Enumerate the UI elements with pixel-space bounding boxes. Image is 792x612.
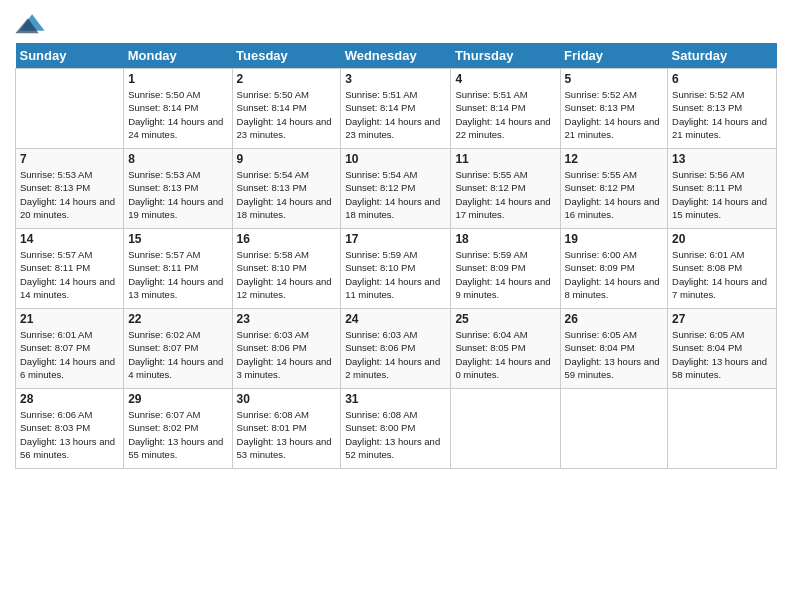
cell-info: Sunrise: 6:05 AMSunset: 8:04 PMDaylight:… xyxy=(672,328,772,381)
cell-info: Sunrise: 6:02 AMSunset: 8:07 PMDaylight:… xyxy=(128,328,227,381)
calendar-table: SundayMondayTuesdayWednesdayThursdayFrid… xyxy=(15,43,777,469)
cell-info: Sunrise: 5:50 AMSunset: 8:14 PMDaylight:… xyxy=(128,88,227,141)
calendar-cell: 7Sunrise: 5:53 AMSunset: 8:13 PMDaylight… xyxy=(16,149,124,229)
day-number: 25 xyxy=(455,312,555,326)
calendar-cell: 18Sunrise: 5:59 AMSunset: 8:09 PMDayligh… xyxy=(451,229,560,309)
weekday-header-row: SundayMondayTuesdayWednesdayThursdayFrid… xyxy=(16,43,777,69)
cell-info: Sunrise: 6:03 AMSunset: 8:06 PMDaylight:… xyxy=(345,328,446,381)
week-row-3: 21Sunrise: 6:01 AMSunset: 8:07 PMDayligh… xyxy=(16,309,777,389)
weekday-header-sunday: Sunday xyxy=(16,43,124,69)
day-number: 9 xyxy=(237,152,337,166)
cell-info: Sunrise: 5:52 AMSunset: 8:13 PMDaylight:… xyxy=(672,88,772,141)
calendar-cell: 23Sunrise: 6:03 AMSunset: 8:06 PMDayligh… xyxy=(232,309,341,389)
day-number: 3 xyxy=(345,72,446,86)
day-number: 11 xyxy=(455,152,555,166)
calendar-cell: 26Sunrise: 6:05 AMSunset: 8:04 PMDayligh… xyxy=(560,309,668,389)
week-row-4: 28Sunrise: 6:06 AMSunset: 8:03 PMDayligh… xyxy=(16,389,777,469)
calendar-cell: 3Sunrise: 5:51 AMSunset: 8:14 PMDaylight… xyxy=(341,69,451,149)
calendar-cell xyxy=(16,69,124,149)
cell-info: Sunrise: 5:53 AMSunset: 8:13 PMDaylight:… xyxy=(20,168,119,221)
cell-info: Sunrise: 6:01 AMSunset: 8:08 PMDaylight:… xyxy=(672,248,772,301)
day-number: 31 xyxy=(345,392,446,406)
day-number: 17 xyxy=(345,232,446,246)
day-number: 20 xyxy=(672,232,772,246)
cell-info: Sunrise: 6:04 AMSunset: 8:05 PMDaylight:… xyxy=(455,328,555,381)
calendar-cell: 20Sunrise: 6:01 AMSunset: 8:08 PMDayligh… xyxy=(668,229,777,309)
calendar-cell: 2Sunrise: 5:50 AMSunset: 8:14 PMDaylight… xyxy=(232,69,341,149)
calendar-cell: 30Sunrise: 6:08 AMSunset: 8:01 PMDayligh… xyxy=(232,389,341,469)
calendar-cell: 6Sunrise: 5:52 AMSunset: 8:13 PMDaylight… xyxy=(668,69,777,149)
cell-info: Sunrise: 5:56 AMSunset: 8:11 PMDaylight:… xyxy=(672,168,772,221)
calendar-cell: 21Sunrise: 6:01 AMSunset: 8:07 PMDayligh… xyxy=(16,309,124,389)
cell-info: Sunrise: 5:55 AMSunset: 8:12 PMDaylight:… xyxy=(565,168,664,221)
day-number: 8 xyxy=(128,152,227,166)
day-number: 4 xyxy=(455,72,555,86)
weekday-header-saturday: Saturday xyxy=(668,43,777,69)
day-number: 23 xyxy=(237,312,337,326)
cell-info: Sunrise: 5:59 AMSunset: 8:09 PMDaylight:… xyxy=(455,248,555,301)
logo xyxy=(15,10,47,35)
cell-info: Sunrise: 6:06 AMSunset: 8:03 PMDaylight:… xyxy=(20,408,119,461)
cell-info: Sunrise: 6:07 AMSunset: 8:02 PMDaylight:… xyxy=(128,408,227,461)
cell-info: Sunrise: 5:59 AMSunset: 8:10 PMDaylight:… xyxy=(345,248,446,301)
cell-info: Sunrise: 5:54 AMSunset: 8:12 PMDaylight:… xyxy=(345,168,446,221)
week-row-0: 1Sunrise: 5:50 AMSunset: 8:14 PMDaylight… xyxy=(16,69,777,149)
day-number: 6 xyxy=(672,72,772,86)
weekday-header-monday: Monday xyxy=(124,43,232,69)
day-number: 12 xyxy=(565,152,664,166)
calendar-cell: 9Sunrise: 5:54 AMSunset: 8:13 PMDaylight… xyxy=(232,149,341,229)
day-number: 21 xyxy=(20,312,119,326)
day-number: 16 xyxy=(237,232,337,246)
day-number: 1 xyxy=(128,72,227,86)
cell-info: Sunrise: 5:51 AMSunset: 8:14 PMDaylight:… xyxy=(455,88,555,141)
day-number: 27 xyxy=(672,312,772,326)
calendar-cell: 5Sunrise: 5:52 AMSunset: 8:13 PMDaylight… xyxy=(560,69,668,149)
cell-info: Sunrise: 5:55 AMSunset: 8:12 PMDaylight:… xyxy=(455,168,555,221)
calendar-cell xyxy=(451,389,560,469)
weekday-header-thursday: Thursday xyxy=(451,43,560,69)
calendar-cell: 12Sunrise: 5:55 AMSunset: 8:12 PMDayligh… xyxy=(560,149,668,229)
week-row-2: 14Sunrise: 5:57 AMSunset: 8:11 PMDayligh… xyxy=(16,229,777,309)
cell-info: Sunrise: 6:08 AMSunset: 8:01 PMDaylight:… xyxy=(237,408,337,461)
cell-info: Sunrise: 5:51 AMSunset: 8:14 PMDaylight:… xyxy=(345,88,446,141)
cell-info: Sunrise: 6:01 AMSunset: 8:07 PMDaylight:… xyxy=(20,328,119,381)
cell-info: Sunrise: 5:50 AMSunset: 8:14 PMDaylight:… xyxy=(237,88,337,141)
cell-info: Sunrise: 5:57 AMSunset: 8:11 PMDaylight:… xyxy=(20,248,119,301)
day-number: 13 xyxy=(672,152,772,166)
header xyxy=(15,10,777,35)
day-number: 30 xyxy=(237,392,337,406)
day-number: 19 xyxy=(565,232,664,246)
calendar-cell: 8Sunrise: 5:53 AMSunset: 8:13 PMDaylight… xyxy=(124,149,232,229)
cell-info: Sunrise: 6:00 AMSunset: 8:09 PMDaylight:… xyxy=(565,248,664,301)
calendar-cell: 1Sunrise: 5:50 AMSunset: 8:14 PMDaylight… xyxy=(124,69,232,149)
calendar-cell: 29Sunrise: 6:07 AMSunset: 8:02 PMDayligh… xyxy=(124,389,232,469)
cell-info: Sunrise: 6:03 AMSunset: 8:06 PMDaylight:… xyxy=(237,328,337,381)
day-number: 26 xyxy=(565,312,664,326)
day-number: 29 xyxy=(128,392,227,406)
calendar-cell: 11Sunrise: 5:55 AMSunset: 8:12 PMDayligh… xyxy=(451,149,560,229)
calendar-cell: 10Sunrise: 5:54 AMSunset: 8:12 PMDayligh… xyxy=(341,149,451,229)
day-number: 14 xyxy=(20,232,119,246)
cell-info: Sunrise: 5:57 AMSunset: 8:11 PMDaylight:… xyxy=(128,248,227,301)
cell-info: Sunrise: 5:53 AMSunset: 8:13 PMDaylight:… xyxy=(128,168,227,221)
day-number: 18 xyxy=(455,232,555,246)
day-number: 7 xyxy=(20,152,119,166)
cell-info: Sunrise: 5:58 AMSunset: 8:10 PMDaylight:… xyxy=(237,248,337,301)
calendar-cell: 31Sunrise: 6:08 AMSunset: 8:00 PMDayligh… xyxy=(341,389,451,469)
calendar-cell: 17Sunrise: 5:59 AMSunset: 8:10 PMDayligh… xyxy=(341,229,451,309)
day-number: 5 xyxy=(565,72,664,86)
calendar-cell: 25Sunrise: 6:04 AMSunset: 8:05 PMDayligh… xyxy=(451,309,560,389)
calendar-cell: 22Sunrise: 6:02 AMSunset: 8:07 PMDayligh… xyxy=(124,309,232,389)
day-number: 28 xyxy=(20,392,119,406)
calendar-cell: 15Sunrise: 5:57 AMSunset: 8:11 PMDayligh… xyxy=(124,229,232,309)
calendar-cell: 28Sunrise: 6:06 AMSunset: 8:03 PMDayligh… xyxy=(16,389,124,469)
day-number: 22 xyxy=(128,312,227,326)
weekday-header-friday: Friday xyxy=(560,43,668,69)
calendar-cell: 14Sunrise: 5:57 AMSunset: 8:11 PMDayligh… xyxy=(16,229,124,309)
calendar-cell: 19Sunrise: 6:00 AMSunset: 8:09 PMDayligh… xyxy=(560,229,668,309)
page-container: SundayMondayTuesdayWednesdayThursdayFrid… xyxy=(0,0,792,479)
calendar-cell: 27Sunrise: 6:05 AMSunset: 8:04 PMDayligh… xyxy=(668,309,777,389)
calendar-cell: 13Sunrise: 5:56 AMSunset: 8:11 PMDayligh… xyxy=(668,149,777,229)
cell-info: Sunrise: 5:54 AMSunset: 8:13 PMDaylight:… xyxy=(237,168,337,221)
logo-icon xyxy=(15,10,45,35)
